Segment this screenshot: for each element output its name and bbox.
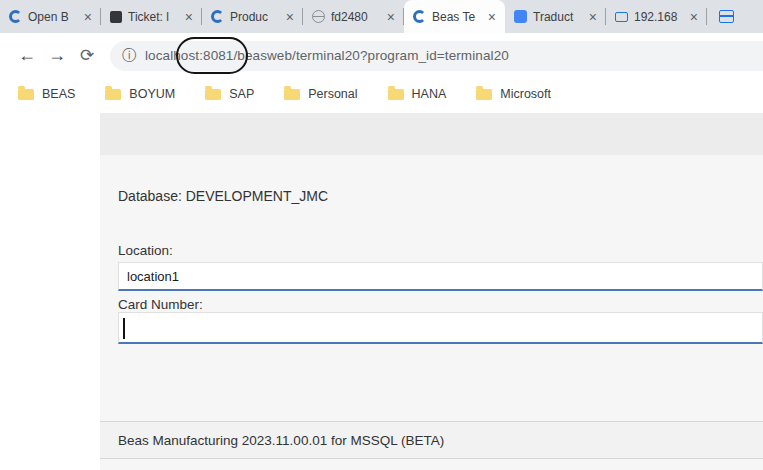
navigation-bar: ← → ⟳ ⓘ localhost:8081/beasweb/terminal2…	[0, 33, 763, 78]
translate-icon	[514, 10, 527, 23]
tab-close-icon[interactable]: ×	[384, 9, 398, 25]
database-label: Database: DEVELOPMENT_JMC	[118, 188, 328, 204]
tab-label: Beas Te	[432, 10, 479, 24]
bookmark-folder-beas[interactable]: BEAS	[18, 87, 75, 101]
tab-close-icon[interactable]: ×	[182, 9, 196, 25]
tab-label: fd2480	[331, 10, 378, 24]
panel-header-band	[100, 113, 763, 155]
bookmark-folder-sap[interactable]: SAP	[205, 87, 254, 101]
bookmark-label: BEAS	[42, 87, 75, 101]
bookmark-label: Microsoft	[500, 87, 551, 101]
tab-label: Ticket: l	[128, 10, 176, 24]
globe-icon	[312, 10, 325, 23]
folder-icon	[476, 89, 492, 100]
tab-192-168[interactable]: 192.168 ×	[606, 0, 707, 33]
tab-strip: Open B × Ticket: l × Produc × fd2480 × B…	[0, 0, 763, 33]
tab-close-icon[interactable]: ×	[81, 9, 95, 25]
tab-fd2480[interactable]: fd2480 ×	[303, 0, 404, 33]
reload-button[interactable]: ⟳	[72, 45, 102, 66]
info-icon[interactable]: ⓘ	[122, 47, 136, 65]
address-bar[interactable]: ⓘ localhost:8081/beasweb/terminal20?prog…	[110, 41, 763, 71]
bookmarks-bar: BEAS BOYUM SAP Personal HANA Microsoft	[0, 78, 763, 110]
bookmark-folder-microsoft[interactable]: Microsoft	[476, 87, 551, 101]
tab-label: Produc	[230, 10, 277, 24]
version-footer: Beas Manufacturing 2023.11.00.01 for MSS…	[100, 421, 763, 459]
bookmark-label: SAP	[229, 87, 254, 101]
tab-beas-terminal[interactable]: Beas Te ×	[404, 0, 505, 33]
beas-app-icon	[9, 10, 22, 23]
folder-icon	[18, 89, 34, 100]
url-text[interactable]: localhost:8081/beasweb/terminal20?progra…	[145, 48, 509, 63]
browser-window: Open B × Ticket: l × Produc × fd2480 × B…	[0, 0, 763, 470]
tab-label: 192.168	[634, 10, 681, 24]
beas-app-icon	[211, 10, 224, 23]
folder-icon	[284, 89, 300, 100]
folder-icon	[388, 89, 404, 100]
tab-close-icon[interactable]: ×	[586, 9, 600, 25]
monitor-icon	[615, 12, 628, 22]
tab-label: Open B	[28, 10, 75, 24]
back-button[interactable]: ←	[12, 45, 42, 66]
bookmark-folder-hana[interactable]: HANA	[388, 87, 447, 101]
bookmark-label: Personal	[308, 87, 357, 101]
tab-close-icon[interactable]: ×	[687, 9, 701, 25]
tab-close-icon[interactable]: ×	[485, 9, 499, 25]
tab-traduct[interactable]: Traduct ×	[505, 0, 606, 33]
bookmark-folder-personal[interactable]: Personal	[284, 87, 357, 101]
tab-ticket[interactable]: Ticket: l ×	[101, 0, 202, 33]
folder-icon	[205, 89, 221, 100]
location-input[interactable]	[118, 262, 763, 291]
beas-app-icon	[413, 10, 426, 23]
tab-open-b[interactable]: Open B ×	[0, 0, 101, 33]
card-number-input[interactable]	[118, 312, 763, 344]
text-caret	[123, 318, 125, 339]
tab-partial[interactable]	[707, 0, 763, 33]
table-icon	[719, 10, 734, 23]
terminal-panel: Database: DEVELOPMENT_JMC Location: Card…	[100, 113, 763, 470]
folder-icon	[105, 89, 121, 100]
forward-button[interactable]: →	[42, 45, 72, 66]
tab-label: Traduct	[533, 10, 580, 24]
bookmark-folder-boyum[interactable]: BOYUM	[105, 87, 175, 101]
card-number-label: Card Number:	[118, 297, 203, 312]
tab-close-icon[interactable]: ×	[283, 9, 297, 25]
ticket-app-icon	[110, 11, 122, 23]
bookmark-label: HANA	[412, 87, 447, 101]
location-label: Location:	[118, 243, 173, 258]
tab-produc[interactable]: Produc ×	[202, 0, 303, 33]
bookmark-label: BOYUM	[129, 87, 175, 101]
page-content: Database: DEVELOPMENT_JMC Location: Card…	[0, 110, 763, 470]
